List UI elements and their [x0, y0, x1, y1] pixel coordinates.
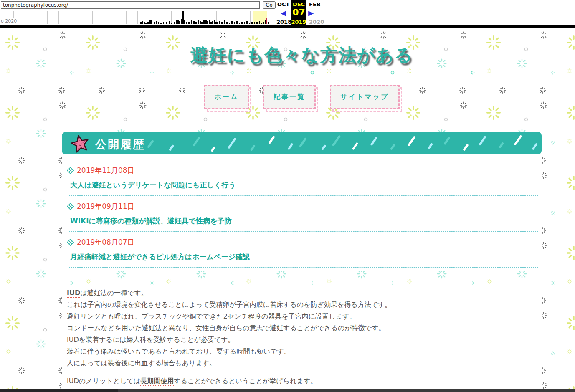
separator [69, 267, 538, 268]
history-section-heading: 公開履歴 [95, 137, 145, 152]
wayback-range-label: o 2020 [1, 18, 18, 24]
keyword-emphasis: IUD [67, 289, 80, 298]
article-text: IUDのメリットとしては [67, 377, 140, 385]
entry-link[interactable]: 月経痛軽減と避妊ができるピル処方はホームページ確認 [70, 252, 250, 262]
gem-icon [67, 167, 74, 174]
wayback-url-input[interactable] [1, 1, 260, 9]
article-body: IUDは避妊法の一種です。 これは子宮内の環境を変化させることによって受精卵が子… [62, 285, 542, 392]
next-capture-icon[interactable]: ▶ [308, 10, 314, 17]
history-entry: 2019年08月07日 月経痛軽減と避妊ができるピル処方はホームページ確認 [62, 238, 542, 268]
history-banner: 公開履歴 [62, 132, 542, 154]
history-entry: 2019年09月11日 WIKIに蕁麻疹の種類が解説、避妊具で性病を予防 [62, 202, 542, 232]
entry-date: 2019年11月08日 [77, 166, 134, 175]
entry-link[interactable]: 大人は避妊というデリケートな問題にも正しく行う [70, 180, 236, 190]
nav-articles-button[interactable]: 記事一覧 [263, 85, 316, 109]
article-line: コンドームなどを用いた避妊法と異なり、女性自身が自らの意志で避妊することができる… [67, 322, 542, 334]
article-line: これは子宮内の環境を変化させることによって受精卵が子宮内膜に着床するのを防ぎ効果… [67, 299, 542, 311]
wayback-prev-year[interactable]: 2018 [276, 19, 291, 25]
page: Go o 2020 OCT DEC FEB ◀ 07 ▶ 2018 2019 2… [0, 0, 575, 392]
main-nav: ホーム 記事一覧 サイトマップ [62, 85, 542, 109]
wayback-go-button[interactable]: Go [263, 1, 276, 9]
article-line: 装着に伴う痛みは軽いもであると言われており、要する時間も短いです。 [67, 346, 542, 357]
history-list: 2019年11月08日 大人は避妊というデリケートな問題にも正しく行う 2019… [62, 155, 542, 271]
article-text: することができるということが挙げられます。 [174, 377, 317, 385]
wayback-next-year[interactable]: 2020 [309, 19, 324, 25]
entry-date: 2019年09月11日 [77, 202, 134, 211]
wayback-prev-month[interactable]: OCT [277, 1, 289, 8]
article-line: 人によっては装着後に出血する場合もあります。 [67, 357, 542, 369]
article-line: IUDのメリットとしては長期間使用することができるということが挙げられます。 [67, 375, 542, 387]
history-entry: 2019年11月08日 大人は避妊というデリケートな問題にも正しく行う [62, 166, 542, 196]
entry-link[interactable]: WIKIに蕁麻疹の種類が解説、避妊具で性病を予防 [70, 216, 232, 226]
wayback-current-month[interactable]: DEC [291, 1, 306, 8]
wayback-current-day[interactable]: 07 [291, 7, 306, 18]
wayback-next-month[interactable]: FEB [309, 1, 321, 8]
article-line: IUDを装着するには婦人科を受診することが必要です。 [67, 334, 542, 346]
separator [69, 231, 538, 232]
gem-icon [67, 239, 74, 246]
gem-icon [67, 203, 74, 210]
wayback-toolbar: Go o 2020 OCT DEC FEB ◀ 07 ▶ 2018 2019 2… [0, 0, 575, 28]
nav-sitemap-button[interactable]: サイトマップ [330, 85, 399, 109]
prev-capture-icon[interactable]: ◀ [281, 10, 286, 17]
entry-date: 2019年08月07日 [77, 238, 134, 247]
article-line: IUDは避妊法の一種です。 [67, 287, 542, 299]
page-title: 避妊にも色々な方法がある [62, 43, 542, 67]
nav-home-button[interactable]: ホーム [204, 85, 249, 109]
article-line: 避妊リングとも呼ばれ、プラスチックや銅でできた2センチ程度の器具を子宮内に設置し… [67, 311, 542, 322]
starfish-icon [68, 132, 92, 154]
article-text: は避妊法の一種です。 [80, 289, 148, 297]
separator [69, 195, 538, 196]
wayback-current-year[interactable]: 2019 [291, 19, 306, 25]
keyword-emphasis: 長期間使用 [140, 377, 174, 386]
wayback-timeline[interactable] [3, 11, 275, 24]
horizontal-scrollbar[interactable] [0, 389, 575, 392]
